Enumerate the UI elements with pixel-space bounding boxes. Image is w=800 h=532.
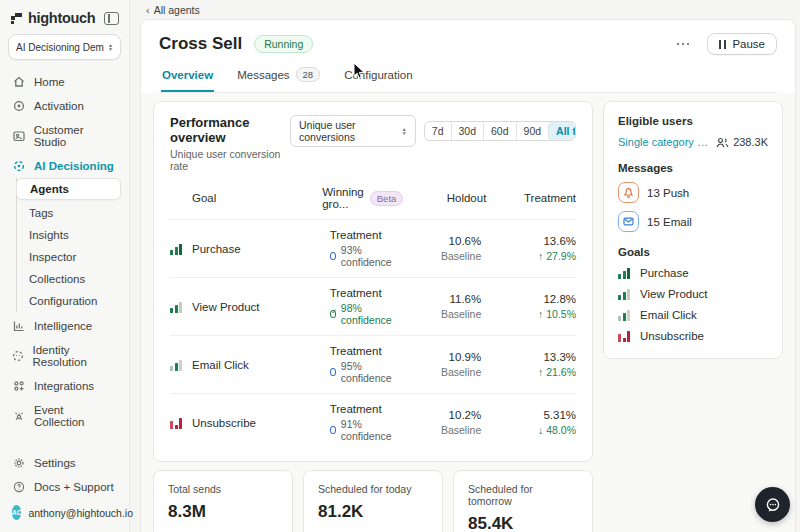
audience-link[interactable]: Single category pur... bbox=[618, 136, 713, 148]
agent-summary-card: Eligible users Single category pur... 23… bbox=[603, 101, 783, 359]
sidebar-item-label: Home bbox=[34, 76, 65, 88]
chevron-updown-icon: ▲▼ bbox=[108, 43, 113, 51]
sidebar-collapse-icon[interactable] bbox=[104, 12, 119, 25]
overflow-menu-button[interactable] bbox=[673, 39, 694, 50]
avatar: AC bbox=[12, 505, 21, 520]
tab-messages[interactable]: Messages28 bbox=[236, 67, 321, 92]
overview-tab-content: Performance overview Unique user convers… bbox=[141, 93, 795, 532]
holdout-value: 10.9% bbox=[393, 351, 481, 363]
card-title: Performance overview bbox=[170, 115, 290, 145]
sidebar-item-home[interactable]: Home bbox=[0, 70, 129, 94]
help-icon bbox=[12, 481, 26, 493]
sidebar-item-identity-resolution[interactable]: Identity Resolution bbox=[0, 338, 129, 374]
delta-arrow-icon: ↑ bbox=[538, 308, 543, 320]
holdout-value: 10.2% bbox=[393, 409, 481, 421]
range-all-time[interactable]: All time bbox=[548, 122, 576, 140]
chat-bubble-icon bbox=[764, 496, 782, 514]
goal-list-item: Unsubscribe bbox=[618, 330, 768, 342]
sidebar-item-agents[interactable]: Agents bbox=[16, 178, 121, 200]
sidebar-item-event-collection[interactable]: Event Collection bbox=[0, 398, 129, 434]
sidebar-item-intelligence[interactable]: Intelligence bbox=[0, 314, 129, 338]
back-chevron-icon: ‹ bbox=[146, 4, 150, 16]
range-30d[interactable]: 30d bbox=[451, 122, 484, 140]
stat-value: 81.2K bbox=[318, 502, 428, 522]
message-type-email: 15 Email bbox=[618, 211, 768, 232]
workspace-label: AI Decisioning Demo - ... bbox=[16, 42, 104, 53]
push-bell-icon bbox=[618, 182, 639, 203]
metric-select[interactable]: Unique user conversions ▲▼ bbox=[290, 115, 416, 147]
workspace-selector[interactable]: AI Decisioning Demo - ... ▲▼ bbox=[8, 34, 121, 60]
eligible-users-count: 238.3K bbox=[716, 136, 768, 148]
pause-icon bbox=[719, 40, 726, 49]
treatment-delta: ↑ 10.5% bbox=[481, 308, 576, 320]
user-account-button[interactable]: AC anthony@hightouch.io bbox=[0, 499, 129, 526]
range-90d[interactable]: 90d bbox=[516, 122, 549, 140]
goals-title: Goals bbox=[618, 246, 768, 258]
user-email: anthony@hightouch.io bbox=[28, 507, 133, 519]
stat-card-scheduled-today: Scheduled for today 81.2K bbox=[303, 470, 443, 532]
sidebar-item-activation[interactable]: Activation bbox=[0, 94, 129, 118]
eligible-users-row: Single category pur... 238.3K bbox=[618, 136, 768, 148]
chat-widget-button[interactable] bbox=[755, 487, 790, 522]
tab-overview[interactable]: Overview bbox=[161, 67, 214, 92]
beta-badge: Beta bbox=[370, 191, 404, 206]
home-icon bbox=[12, 76, 26, 88]
holdout-label: Baseline bbox=[393, 366, 481, 378]
treatment-value: 12.8% bbox=[481, 293, 576, 305]
table-row[interactable]: Unsubscribe Treatment91% confidence 10.2… bbox=[170, 393, 576, 451]
winning-group: Treatment bbox=[330, 287, 394, 299]
goal-email-click-icon bbox=[618, 309, 632, 321]
goal-purchase-icon bbox=[618, 267, 632, 279]
sidebar-item-label: Inspector bbox=[29, 251, 76, 263]
goal-unsubscribe-icon bbox=[170, 417, 184, 429]
pause-button[interactable]: Pause bbox=[707, 33, 777, 55]
sidebar-item-label: Docs + Support bbox=[34, 481, 114, 493]
ai-decisioning-icon bbox=[12, 160, 26, 172]
goal-label: Purchase bbox=[640, 267, 689, 279]
performance-overview-card: Performance overview Unique user convers… bbox=[153, 101, 593, 462]
treatment-value: 13.6% bbox=[481, 235, 576, 247]
goal-view-product-icon bbox=[170, 301, 184, 313]
logo-row: hightouch bbox=[0, 8, 129, 34]
goal-list-item: Email Click bbox=[618, 309, 768, 321]
activation-icon bbox=[12, 100, 26, 112]
col-winning-label: Winning gro... bbox=[322, 186, 364, 210]
tab-label: Messages bbox=[237, 69, 289, 81]
stat-label: Scheduled for today bbox=[318, 483, 428, 495]
sidebar-item-inspector[interactable]: Inspector bbox=[17, 246, 129, 268]
confidence-check-icon bbox=[330, 310, 336, 318]
goal-email-click-icon bbox=[170, 359, 184, 371]
range-7d[interactable]: 7d bbox=[425, 122, 451, 140]
sidebar-item-label: Collections bbox=[29, 273, 85, 285]
sidebar-item-tags[interactable]: Tags bbox=[17, 202, 129, 224]
sidebar-item-configuration[interactable]: Configuration bbox=[17, 290, 129, 312]
col-winning-group: Winning gro... Beta bbox=[322, 186, 403, 210]
sidebar-item-insights[interactable]: Insights bbox=[17, 224, 129, 246]
sidebar-item-label: Event Collection bbox=[34, 404, 117, 428]
page-title: Cross Sell bbox=[159, 34, 242, 54]
sidebar-item-customer-studio[interactable]: Customer Studio bbox=[0, 118, 129, 154]
table-row[interactable]: View Product Treatment98% confidence 11.… bbox=[170, 277, 576, 335]
tab-configuration[interactable]: Configuration bbox=[343, 67, 413, 92]
treatment-value: 13.3% bbox=[481, 351, 576, 363]
status-badge: Running bbox=[254, 35, 313, 53]
tab-label: Overview bbox=[162, 69, 213, 81]
sidebar-item-integrations[interactable]: Integrations bbox=[0, 374, 129, 398]
sidebar-item-label: Insights bbox=[29, 229, 69, 241]
sidebar-item-docs-support[interactable]: Docs + Support bbox=[0, 475, 129, 499]
breadcrumb[interactable]: ‹ All agents bbox=[130, 0, 800, 19]
holdout-label: Baseline bbox=[393, 250, 481, 262]
sidebar-item-settings[interactable]: Settings bbox=[0, 451, 129, 475]
delta-arrow-icon: ↓ bbox=[538, 424, 543, 436]
sidebar-spacer bbox=[0, 434, 129, 451]
users-icon bbox=[716, 137, 729, 148]
sidebar-item-collections[interactable]: Collections bbox=[17, 268, 129, 290]
range-60d[interactable]: 60d bbox=[483, 122, 516, 140]
goal-label: Email Click bbox=[640, 309, 697, 321]
stat-value: 85.4K bbox=[468, 514, 578, 532]
hightouch-logo-icon bbox=[10, 12, 23, 25]
confidence-ring-icon bbox=[330, 368, 336, 376]
table-row[interactable]: Purchase Treatment93% confidence 10.6%Ba… bbox=[170, 219, 576, 277]
table-row[interactable]: Email Click Treatment95% confidence 10.9… bbox=[170, 335, 576, 393]
sidebar-item-ai-decisioning[interactable]: AI Decisioning bbox=[0, 154, 129, 178]
